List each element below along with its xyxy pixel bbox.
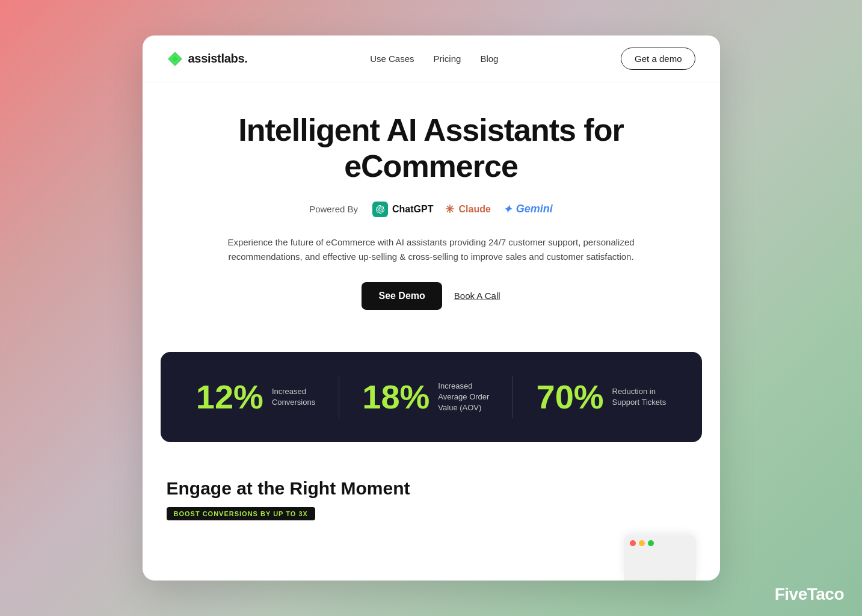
claude-icon: ✳ [445,203,454,216]
powered-label: Powered By [309,204,358,214]
main-card: assistlabs. Use Cases Pricing Blog Get a… [143,35,720,581]
navbar: assistlabs. Use Cases Pricing Blog Get a… [143,35,720,82]
hero-description: Experience the future of eCommerce with … [227,235,636,264]
ai-badges: ChatGPT ✳ Claude ✦ Gemini [372,202,553,217]
nav-pricing[interactable]: Pricing [434,54,461,64]
stat-label-tickets: Reduction inSupport Tickets [612,386,667,408]
hero-title: Intelligent AI Assistants for eCommerce [191,112,672,185]
watermark: FiveTaco [775,585,844,604]
powered-by-row: Powered By ChatGPT ✳ Claude [191,202,672,217]
stat-number-tickets: 70% [537,380,604,414]
stat-divider-2 [513,376,513,418]
stat-label-conversions: IncreasedConversions [272,386,315,408]
stat-conversions: 12% IncreasedConversions [196,380,315,414]
see-demo-button[interactable]: See Demo [362,282,442,310]
logo[interactable]: assistlabs. [167,51,248,67]
chatgpt-badge: ChatGPT [372,202,433,217]
logo-icon [167,51,183,67]
browser-dot-yellow [639,540,645,546]
gemini-icon: ✦ [503,203,512,216]
book-call-button[interactable]: Book A Call [454,291,500,301]
logo-text: assistlabs. [188,52,248,66]
nav-links: Use Cases Pricing Blog [370,54,498,64]
gemini-badge: ✦ Gemini [503,203,553,216]
stat-number-conversions: 12% [196,380,263,414]
nav-blog[interactable]: Blog [480,54,498,64]
stat-number-aov: 18% [362,380,429,414]
boost-badge: BOOST CONVERSIONS BY UP TO 3X [167,507,315,520]
stat-divider-1 [339,376,339,418]
browser-dots [624,535,696,551]
openai-icon [372,202,388,217]
get-demo-button[interactable]: Get a demo [621,48,695,70]
engage-section: Engage at the Right Moment BOOST CONVERS… [143,460,720,581]
engage-title: Engage at the Right Moment [167,478,696,499]
nav-use-cases[interactable]: Use Cases [370,54,414,64]
stat-tickets: 70% Reduction inSupport Tickets [537,380,667,414]
hero-section: Intelligent AI Assistants for eCommerce … [143,82,720,334]
browser-dot-green [648,540,654,546]
stat-label-aov: IncreasedAverage OrderValue (AOV) [438,381,489,414]
stats-bar: 12% IncreasedConversions 18% IncreasedAv… [161,352,702,442]
stat-aov: 18% IncreasedAverage OrderValue (AOV) [362,380,489,414]
browser-dot-red [630,540,636,546]
cta-buttons: See Demo Book A Call [191,282,672,310]
claude-badge: ✳ Claude [445,203,490,216]
